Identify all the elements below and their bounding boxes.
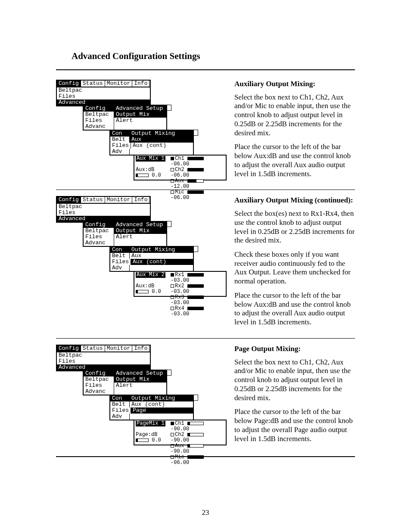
menu-item[interactable]: Files — [84, 383, 114, 389]
menu-item[interactable]: Aux (cont) — [131, 259, 193, 265]
menu-tab[interactable]: Monitor — [105, 81, 133, 87]
menu-item[interactable]: Alert — [114, 118, 166, 124]
menu-item[interactable]: Config — [84, 222, 114, 228]
menu-item[interactable]: Advanced Setup — [114, 106, 166, 112]
level-bar[interactable] — [187, 273, 204, 277]
menu-item[interactable]: Output Mixing — [130, 247, 193, 253]
menu-item[interactable]: Aux — [130, 253, 193, 259]
menu-item[interactable]: Adv — [110, 265, 130, 271]
menu-item[interactable]: Output Mix — [114, 112, 166, 118]
menu-item[interactable]: Config — [84, 370, 114, 376]
menu-item[interactable]: Con — [110, 395, 130, 401]
menu-tab[interactable]: Config — [57, 197, 81, 203]
menu-tab[interactable]: Status — [81, 81, 105, 87]
section-paragraph: Place the cursor to the left of the bar … — [234, 143, 355, 178]
menu-item[interactable]: Alert — [114, 383, 166, 389]
channel-checkbox[interactable] — [171, 444, 174, 448]
menu-tab[interactable]: Status — [81, 345, 105, 352]
channel-checkbox[interactable] — [171, 307, 174, 310]
menu-tab[interactable]: Status — [81, 197, 105, 203]
menu-item[interactable]: Belt — [110, 401, 130, 408]
menu-item[interactable]: Page — [131, 408, 193, 414]
menu-item[interactable]: Advanc — [84, 389, 114, 395]
menu-item[interactable]: Files — [84, 118, 114, 124]
menu-item[interactable]: Files — [110, 259, 131, 265]
level-bar[interactable] — [187, 433, 204, 436]
menu-item[interactable]: Aux — [130, 137, 193, 143]
menu-item[interactable]: Files — [84, 234, 114, 240]
mix-detail-panel: Aux Mix 1Aux:dB 0.0Ch1 -06.00Ch2 -06.00A… — [134, 155, 227, 180]
menu-item[interactable]: Beltpac — [57, 352, 150, 358]
menu-item[interactable]: Files — [57, 358, 150, 364]
level-bar[interactable] — [187, 444, 204, 448]
menu-tab[interactable]: Info — [132, 81, 149, 87]
menu-item[interactable]: Config — [84, 106, 114, 112]
channel-checkbox[interactable] — [171, 190, 174, 194]
scroll-indicator — [167, 221, 171, 227]
menu-item[interactable]: Adv — [110, 414, 130, 420]
mix-channel-row[interactable]: Ch2 -06.00 — [171, 167, 224, 178]
channel-checkbox[interactable] — [171, 284, 174, 288]
menu-item[interactable]: Files — [57, 210, 150, 216]
menu-item[interactable]: Con — [110, 131, 130, 137]
level-bar[interactable] — [187, 168, 204, 171]
menu-item[interactable]: Files — [110, 408, 131, 414]
menu-item[interactable]: Advanc — [84, 240, 114, 246]
mix-channel-row[interactable]: Ch1 -90.00 — [171, 421, 224, 432]
menu-item[interactable]: Belt — [110, 253, 130, 259]
channel-checkbox[interactable] — [171, 455, 174, 459]
menu-item[interactable]: Advanc — [84, 124, 114, 130]
menu-tab[interactable]: Config — [57, 81, 81, 87]
menu-item[interactable]: Con — [110, 247, 130, 253]
channel-checkbox[interactable] — [171, 168, 174, 171]
menu-item[interactable]: Advanced Setup — [114, 222, 166, 228]
menu-item[interactable]: Output Mixing — [130, 131, 193, 137]
channel-checkbox[interactable] — [171, 179, 174, 183]
menu-tab[interactable]: Config — [57, 345, 81, 352]
mix-channel-row[interactable]: Ch1 -06.00 — [171, 156, 224, 167]
channel-checkbox[interactable] — [171, 157, 174, 160]
level-bar[interactable] — [187, 179, 204, 183]
channel-checkbox[interactable] — [171, 296, 174, 299]
menu-tab[interactable]: Info — [132, 197, 149, 203]
level-bar[interactable] — [187, 296, 204, 299]
menu-item[interactable]: Beltpac — [57, 87, 150, 93]
level-bar[interactable] — [187, 157, 204, 160]
menu-item[interactable]: Output Mix — [114, 228, 166, 234]
menu-item[interactable]: Advanced Setup — [114, 370, 166, 376]
channel-value: -06.00 — [171, 172, 189, 178]
menu-item[interactable]: Belt — [110, 137, 130, 143]
menu-item[interactable]: Aux (cont) — [130, 401, 193, 408]
menu-level-1: ConfigStatusMonitorInfoBeltpacFilesAdvan… — [56, 196, 151, 223]
level-bar[interactable] — [187, 284, 204, 288]
mix-channel-row[interactable]: Rx1 -03.00 — [171, 272, 224, 283]
mix-channel-row[interactable]: Rx2 -03.00 — [171, 283, 224, 295]
menu-item[interactable]: Aux (cont) — [131, 143, 193, 149]
level-bar[interactable] — [187, 422, 204, 425]
mix-channel-row[interactable]: Rx4 -03.00 — [171, 306, 224, 317]
channel-checkbox[interactable] — [171, 273, 174, 277]
menu-item[interactable]: Output Mixing — [130, 395, 193, 401]
menu-item[interactable]: Beltpac — [84, 112, 114, 118]
menu-item[interactable]: Adv — [110, 149, 130, 155]
menu-item[interactable]: Alert — [114, 234, 166, 240]
level-bar[interactable] — [187, 307, 204, 310]
mix-channel-row[interactable]: Aux -12.00 — [171, 178, 224, 190]
menu-item[interactable]: Beltpac — [84, 228, 114, 234]
menu-item[interactable]: Beltpac — [84, 376, 114, 383]
menu-item[interactable]: Files — [110, 143, 131, 149]
menu-item[interactable]: Output Mix — [114, 376, 166, 383]
menu-item[interactable]: Beltpac — [57, 204, 150, 210]
mix-channel-row[interactable]: Rx3 -03.00 — [171, 295, 224, 306]
channel-checkbox[interactable] — [171, 422, 174, 425]
mix-channel-row[interactable]: Aux -90.00 — [171, 443, 224, 454]
menu-tab[interactable]: Info — [132, 345, 149, 352]
mix-channel-row[interactable]: Mic -06.00 — [171, 454, 224, 466]
menu-item[interactable]: Files — [57, 93, 150, 100]
menu-tab[interactable]: Monitor — [105, 197, 133, 203]
level-bar[interactable] — [187, 455, 204, 459]
mix-channel-row[interactable]: Ch2 -90.00 — [171, 432, 224, 443]
menu-tab[interactable]: Monitor — [105, 345, 133, 352]
channel-checkbox[interactable] — [171, 433, 174, 436]
level-bar[interactable] — [187, 190, 204, 194]
